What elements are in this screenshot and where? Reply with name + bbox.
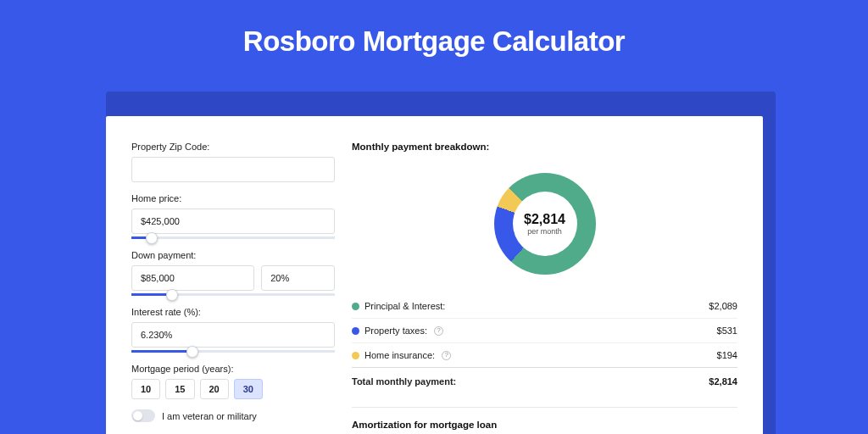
donut-center-sub: per month bbox=[527, 227, 562, 236]
legend-row: Home insurance:?$194 bbox=[352, 342, 737, 367]
legend-dot-icon bbox=[352, 303, 359, 310]
down-payment-input[interactable] bbox=[131, 265, 254, 291]
veteran-toggle-row: I am veteran or military bbox=[131, 409, 335, 422]
period-button-30[interactable]: 30 bbox=[234, 379, 263, 399]
slider-thumb[interactable] bbox=[166, 289, 178, 301]
home-price-label: Home price: bbox=[131, 193, 335, 203]
down-payment-pct-input[interactable] bbox=[261, 265, 335, 291]
page-title: Rosboro Mortgage Calculator bbox=[0, 0, 868, 58]
field-period: Mortgage period (years): 10152030 bbox=[131, 364, 335, 399]
interest-rate-slider[interactable] bbox=[131, 350, 335, 353]
breakdown-column: Monthly payment breakdown: $2,814 per mo… bbox=[352, 142, 737, 434]
legend-value: $531 bbox=[717, 326, 737, 336]
donut-center: $2,814 per month bbox=[513, 192, 577, 256]
legend-label: Principal & Interest: bbox=[352, 301, 445, 311]
home-price-input[interactable] bbox=[131, 209, 335, 234]
veteran-toggle[interactable] bbox=[131, 409, 155, 422]
help-icon[interactable]: ? bbox=[434, 326, 443, 336]
field-interest-rate: Interest rate (%): bbox=[131, 307, 335, 353]
period-label: Mortgage period (years): bbox=[131, 364, 335, 374]
period-button-10[interactable]: 10 bbox=[131, 379, 160, 399]
breakdown-total-row: Total monthly payment: $2,814 bbox=[352, 367, 737, 393]
legend-dot-icon bbox=[352, 352, 359, 359]
page: Rosboro Mortgage Calculator Property Zip… bbox=[0, 0, 868, 434]
legend-dot-icon bbox=[352, 327, 359, 335]
donut-center-value: $2,814 bbox=[524, 212, 565, 227]
calculator-card: Property Zip Code: Home price: Down paym… bbox=[106, 116, 763, 434]
form-column: Property Zip Code: Home price: Down paym… bbox=[131, 142, 335, 434]
donut-chart: $2,814 per month bbox=[352, 160, 737, 287]
slider-thumb[interactable] bbox=[186, 346, 198, 358]
home-price-slider[interactable] bbox=[131, 236, 335, 239]
zip-label: Property Zip Code: bbox=[131, 142, 335, 152]
field-zip: Property Zip Code: bbox=[131, 142, 335, 182]
legend-row: Principal & Interest:$2,089 bbox=[352, 294, 737, 318]
slider-thumb[interactable] bbox=[146, 232, 158, 244]
interest-rate-label: Interest rate (%): bbox=[131, 307, 335, 317]
down-payment-slider[interactable] bbox=[131, 293, 335, 296]
breakdown-legend: Principal & Interest:$2,089Property taxe… bbox=[352, 294, 737, 367]
legend-value: $194 bbox=[717, 350, 737, 360]
legend-value: $2,089 bbox=[709, 301, 737, 311]
amortization-title: Amortization for mortgage loan bbox=[352, 420, 737, 430]
breakdown-title: Monthly payment breakdown: bbox=[352, 142, 737, 152]
down-payment-label: Down payment: bbox=[131, 250, 335, 260]
veteran-label: I am veteran or military bbox=[162, 411, 257, 421]
interest-rate-input[interactable] bbox=[131, 322, 335, 348]
legend-row: Property taxes:?$531 bbox=[352, 318, 737, 342]
legend-label: Home insurance:? bbox=[352, 350, 451, 360]
period-button-15[interactable]: 15 bbox=[165, 379, 194, 399]
total-label: Total monthly payment: bbox=[352, 376, 456, 387]
total-value: $2,814 bbox=[709, 376, 737, 387]
zip-input[interactable] bbox=[131, 157, 335, 182]
period-button-20[interactable]: 20 bbox=[200, 379, 229, 399]
help-icon[interactable]: ? bbox=[442, 351, 451, 360]
field-home-price: Home price: bbox=[131, 193, 335, 239]
field-down-payment: Down payment: bbox=[131, 250, 335, 296]
amortization-section: Amortization for mortgage loan Amortizat… bbox=[352, 407, 737, 434]
period-options: 10152030 bbox=[131, 379, 335, 399]
legend-label: Property taxes:? bbox=[352, 326, 443, 336]
